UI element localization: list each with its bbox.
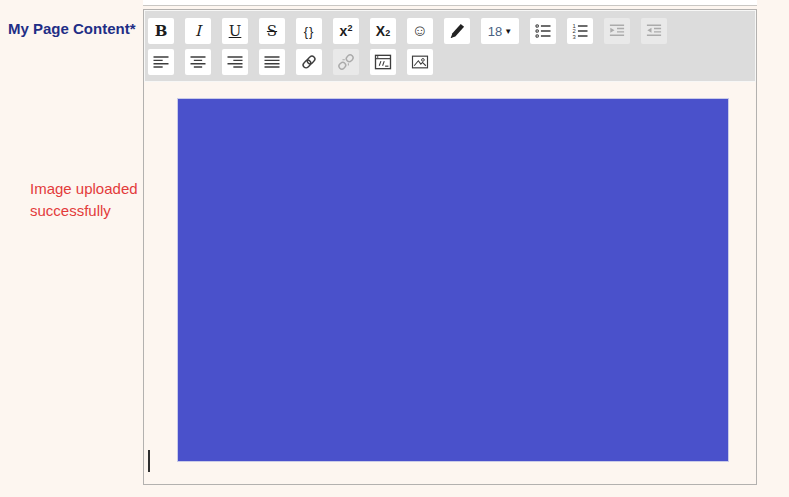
align-center-icon [188,52,208,72]
strikethrough-button[interactable]: S [259,18,285,44]
chevron-down-icon: ▼ [504,27,512,36]
indent-button[interactable] [604,18,630,44]
superscript-button[interactable]: x2 [333,18,359,44]
subscript-button[interactable]: X2 [370,18,396,44]
justify-icon [262,52,282,72]
svg-text:3: 3 [573,34,576,40]
outdent-icon [644,21,664,41]
bulleted-list-button[interactable] [530,18,556,44]
bold-icon: B [155,24,168,39]
unlink-button[interactable] [333,49,359,75]
underline-icon: U [229,24,242,39]
superscript-icon: x2 [340,23,353,39]
toolbar-row-1: B I U S {} x2 X2 ☺ [148,18,753,44]
indent-icon [607,21,627,41]
code-snippet-button[interactable]: {} [296,18,322,44]
link-icon [299,52,319,72]
pen-icon [447,21,467,41]
source-code-button[interactable] [370,49,396,75]
text-caret [148,450,150,472]
italic-icon: I [195,24,201,39]
toolbar-row-2 [148,49,753,75]
justify-button[interactable] [259,49,285,75]
bulleted-list-icon [533,21,553,41]
font-size-value: 18 [488,24,502,39]
insert-image-button[interactable] [407,49,433,75]
link-button[interactable] [296,49,322,75]
strikethrough-icon: S [267,24,277,39]
field-label: My Page Content* [8,20,136,37]
curly-braces-icon: {} [304,24,315,39]
font-size-dropdown[interactable]: 18 ▼ [481,18,519,44]
align-right-button[interactable] [222,49,248,75]
editor-toolbar: B I U S {} x2 X2 ☺ [144,10,756,82]
emoji-button[interactable]: ☺ [407,18,433,44]
previous-field-bottom-edge [143,0,757,6]
uploaded-image[interactable] [177,98,729,462]
smiley-icon: ☺ [412,22,428,40]
underline-button[interactable]: U [222,18,248,44]
align-right-icon [225,52,245,72]
bold-button[interactable]: B [148,18,174,44]
align-left-icon [151,52,171,72]
align-left-button[interactable] [148,49,174,75]
image-icon [410,52,430,72]
numbered-list-button[interactable]: 1 2 3 [567,18,593,44]
rich-text-editor: B I U S {} x2 X2 ☺ [143,9,757,485]
editor-content-area[interactable] [144,82,756,485]
align-center-button[interactable] [185,49,211,75]
pen-color-button[interactable] [444,18,470,44]
unlink-icon [336,52,356,72]
source-window-icon [373,52,393,72]
italic-button[interactable]: I [185,18,211,44]
outdent-button[interactable] [641,18,667,44]
numbered-list-icon: 1 2 3 [570,21,590,41]
subscript-icon: X2 [376,23,390,39]
